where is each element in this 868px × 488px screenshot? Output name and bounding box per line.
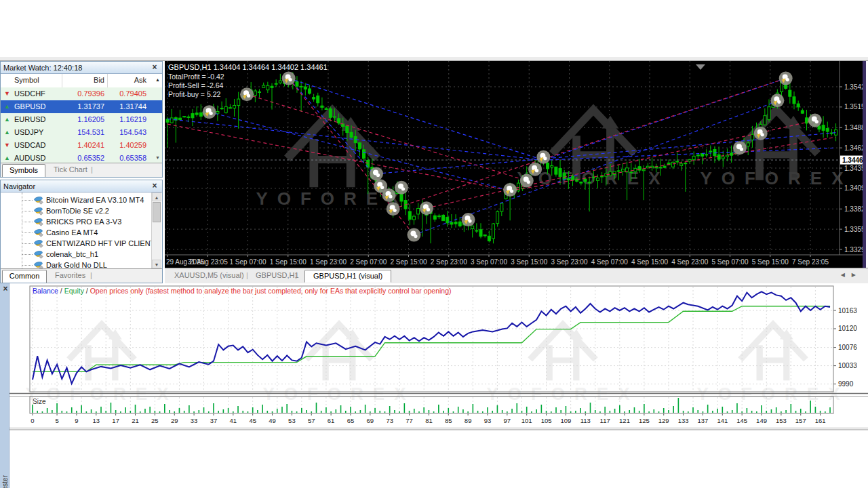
tab-left-icon: ◀ (841, 272, 852, 278)
tester-y-label: 10120 (838, 325, 857, 332)
ea-info-line: Profit-Sell = -2.64 (168, 81, 224, 89)
nav-item[interactable]: colenak_btc_h1 (1, 249, 161, 260)
close-icon[interactable]: × (1, 285, 10, 294)
nav-item[interactable]: Bitcoin Wizard EA V3.10 MT4 (1, 195, 161, 205)
scroll-up-icon[interactable]: ▲ (155, 77, 160, 82)
navigator-tree: Bitcoin Wizard EA V3.10 MT4BornToDie SE … (1, 192, 161, 268)
nav-item[interactable]: BRICKS PRO EA 3-V3 (1, 216, 161, 227)
tab-tick-chart[interactable]: Tick Chart (54, 165, 87, 174)
chart-window[interactable]: YOFOREXYOFOREXYOFOREX1.354201.351551.348… (165, 61, 868, 268)
tester-x-label: 37 (210, 417, 218, 424)
tab-scroll-arrows[interactable]: ◀▶ (841, 272, 863, 278)
market-watch-row[interactable]: ▲EURUSD1.162051.16219 (1, 113, 162, 126)
symbol-up-icon: ▲ (4, 129, 10, 136)
tester-x-label: 89 (465, 417, 472, 424)
nav-item-label: colenak_btc_h1 (46, 250, 98, 258)
trade-marker (395, 181, 408, 195)
scroll-down-icon[interactable]: ▼ (152, 260, 161, 268)
market-watch-row[interactable]: ▼USDCAD1.402411.40259 (1, 139, 162, 152)
market-watch-titlebar[interactable]: Market Watch: 12:40:18 × (1, 62, 162, 74)
expert-advisor-icon (34, 217, 43, 226)
trade-marker (733, 141, 747, 155)
scroll-up-icon[interactable]: ▲ (152, 192, 161, 201)
tester-x-label: 141 (717, 417, 728, 424)
column-bid: Bid (65, 76, 104, 84)
chart-tab[interactable]: XAUUSD,M5 (visual) (174, 271, 244, 279)
bid-cell: 0.79396 (65, 89, 104, 98)
trade-marker (282, 72, 296, 85)
trade-marker (520, 174, 534, 188)
tester-x-label: 121 (619, 417, 630, 424)
bid-cell: 1.16205 (65, 115, 104, 123)
market-watch-row[interactable]: ▲GBPUSD1.317371.31744 (1, 100, 162, 113)
market-watch-row[interactable]: ▲USDJPY154.531154.543 (1, 126, 162, 139)
tester-x-label: 133 (678, 417, 689, 424)
trade-marker (240, 87, 254, 101)
trade-marker (420, 201, 433, 215)
tester-x-label: 45 (249, 417, 256, 424)
scrollbar-thumb[interactable] (153, 202, 161, 222)
tester-x-label: 101 (521, 417, 532, 424)
navigator-titlebar[interactable]: Navigator × (1, 180, 162, 192)
nav-item[interactable]: CENTWIZARD HFT VIP CLIENT_ (1, 238, 161, 249)
ask-cell: 0.79405 (109, 89, 146, 98)
expert-advisor-icon (34, 195, 43, 205)
nav-item[interactable]: Casino EA MT4 (1, 227, 161, 238)
tester-x-label: 149 (756, 417, 767, 424)
symbol-down-icon: ▼ (4, 90, 10, 97)
tester-chart[interactable]: YOFOREXYOFOREXYOFOREXYOFOREX101631012010… (0, 283, 868, 430)
market-watch-title: Market Watch: 12:40:18 (3, 64, 150, 72)
tree-guide-stub (22, 211, 33, 211)
trade-marker (503, 183, 517, 197)
tester-x-label: 13 (93, 417, 100, 424)
navigator-title: Navigator (3, 182, 150, 190)
nav-item[interactable]: BornToDie SE v2.2 (1, 205, 161, 216)
legend-equity: Equity (64, 287, 84, 295)
ask-cell: 1.31744 (109, 102, 146, 110)
chart-header: GBPUSD,H1 1.34404 1.34464 1.34402 1.3446… (168, 63, 328, 71)
tree-guide-stub (22, 232, 33, 233)
tab-common[interactable]: Common (2, 270, 47, 283)
time-tick-label: 5 Sep 07:00 (712, 258, 749, 266)
tester-x-label: 17 (112, 417, 119, 424)
column-ask: Ask (109, 76, 146, 84)
symbol-cell: USDJPY (14, 128, 43, 136)
trade-marker (203, 105, 216, 119)
trade-marker (779, 72, 793, 85)
symbol-up-icon: ▲ (4, 103, 10, 110)
market-watch-header-row: Symbol Bid Ask ▲ (1, 74, 162, 88)
time-tick-label: 4 Sep 15:00 (631, 258, 668, 266)
main-chart[interactable]: YOFOREXYOFOREXYOFOREX1.354201.351551.348… (165, 61, 868, 268)
nav-item-label: Casino EA MT4 (46, 228, 98, 237)
ask-cell: 1.40259 (109, 141, 146, 149)
tester-x-label: 53 (288, 417, 296, 424)
ask-cell: 0.65358 (109, 154, 146, 162)
trade-marker (770, 94, 784, 107)
close-icon[interactable]: × (150, 63, 159, 73)
scroll-down-icon[interactable]: ▼ (155, 155, 160, 160)
market-watch-row[interactable]: ▼USDCHF0.793960.79405 (1, 87, 162, 100)
chart-tab-active[interactable]: GBPUSD,H1 (visual) (304, 270, 391, 283)
symbol-cell: USDCHF (14, 89, 45, 98)
tester-x-label: 77 (406, 417, 413, 424)
symbol-cell: EURUSD (14, 115, 45, 123)
tester-x-label: 9 (75, 417, 78, 424)
ask-cell: 154.543 (109, 128, 146, 136)
legend-balance: Balance (33, 287, 58, 295)
tab-symbols[interactable]: Symbols (2, 164, 45, 177)
market-watch-tabs: Symbols Tick Chart | (1, 163, 162, 177)
tester-x-label: 93 (484, 417, 492, 424)
ask-cell: 1.16219 (109, 115, 146, 123)
close-icon[interactable]: × (150, 182, 159, 191)
nav-item[interactable]: Dark Gold No DLL (1, 260, 161, 268)
chart-tab[interactable]: GBPUSD,H1 (256, 271, 299, 279)
tester-panel: YOFOREXYOFOREXYOFOREXYOFOREX101631012010… (0, 283, 868, 488)
navigator-scrollbar[interactable]: ▲ ▼ (151, 192, 161, 268)
tester-x-label: 0 (31, 417, 34, 424)
time-tick-label: 7 Sep 23:05 (792, 258, 829, 266)
symbol-up-icon: ▲ (4, 155, 10, 161)
legend-note: Open prices only (fastest method to anal… (90, 287, 452, 295)
tester-side-strip[interactable]: × Tester (0, 283, 9, 488)
tester-x-label: 25 (151, 417, 159, 424)
tab-favorites[interactable]: Favorites (55, 271, 85, 279)
